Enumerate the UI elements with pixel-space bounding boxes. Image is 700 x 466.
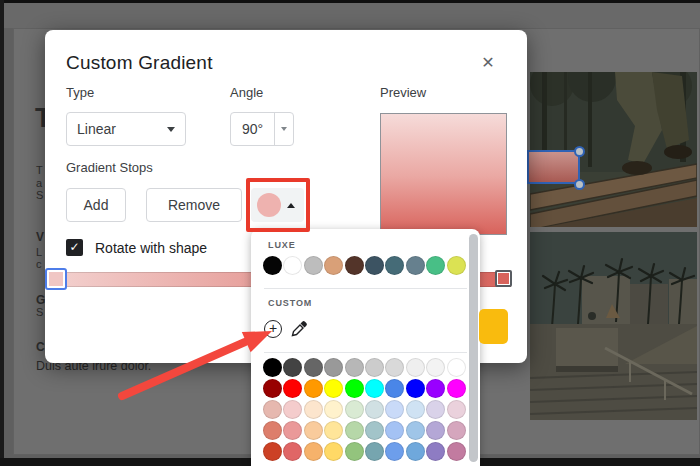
color-swatch[interactable] bbox=[385, 358, 404, 377]
type-select[interactable]: Linear bbox=[66, 112, 186, 146]
color-swatch[interactable] bbox=[345, 400, 364, 419]
luxe-swatch-row bbox=[263, 256, 467, 275]
color-swatch[interactable] bbox=[304, 379, 323, 398]
gradient-stops-label: Gradient Stops bbox=[66, 160, 153, 175]
color-swatch[interactable] bbox=[426, 400, 445, 419]
color-swatch[interactable] bbox=[365, 400, 384, 419]
color-swatch[interactable] bbox=[365, 256, 384, 275]
color-swatch[interactable] bbox=[426, 442, 445, 461]
annotation-arrow bbox=[95, 312, 295, 412]
left-border bbox=[0, 0, 4, 466]
color-swatch[interactable] bbox=[283, 256, 302, 275]
slide-text-fragment: S bbox=[36, 189, 43, 201]
chevron-down-icon bbox=[167, 127, 175, 132]
color-swatch[interactable] bbox=[324, 379, 343, 398]
color-swatch[interactable] bbox=[345, 358, 364, 377]
type-select-value: Linear bbox=[77, 121, 167, 137]
angle-select-value: 90° bbox=[231, 113, 275, 145]
top-border bbox=[0, 0, 700, 3]
slide-text-fragment: L bbox=[36, 246, 42, 258]
color-swatch[interactable] bbox=[385, 421, 404, 440]
color-swatch[interactable] bbox=[365, 379, 384, 398]
selected-gradient-shape bbox=[527, 150, 580, 184]
remove-stop-button[interactable]: Remove bbox=[146, 188, 242, 222]
color-swatch[interactable] bbox=[385, 379, 404, 398]
chevron-down-icon bbox=[281, 127, 287, 131]
color-swatch[interactable] bbox=[324, 256, 343, 275]
selection-handle bbox=[574, 146, 585, 157]
color-swatch[interactable] bbox=[426, 358, 445, 377]
color-swatch[interactable] bbox=[426, 421, 445, 440]
add-stop-button[interactable]: Add bbox=[66, 188, 126, 222]
color-swatch[interactable] bbox=[447, 442, 466, 461]
color-swatch[interactable] bbox=[426, 256, 445, 275]
stop-fill bbox=[498, 273, 509, 284]
color-swatch[interactable] bbox=[324, 400, 343, 419]
annotation-highlight-rectangle bbox=[246, 178, 310, 232]
slide-text-fragment: T bbox=[36, 164, 43, 176]
color-swatch[interactable] bbox=[304, 358, 323, 377]
color-swatch[interactable] bbox=[406, 358, 425, 377]
palette-row bbox=[263, 421, 467, 440]
color-swatch[interactable] bbox=[385, 256, 404, 275]
color-swatch[interactable] bbox=[263, 256, 282, 275]
gradient-stop-handle-end[interactable] bbox=[495, 270, 512, 287]
yellow-shape bbox=[479, 309, 508, 344]
slide-text-fragment: a bbox=[36, 177, 42, 189]
color-swatch[interactable] bbox=[263, 442, 282, 461]
dialog-title: Custom Gradient bbox=[66, 52, 213, 74]
browser-chrome-strip bbox=[4, 3, 700, 28]
close-icon[interactable]: ✕ bbox=[477, 52, 499, 74]
color-swatch[interactable] bbox=[345, 442, 364, 461]
color-swatch[interactable] bbox=[385, 400, 404, 419]
palette-row bbox=[263, 442, 467, 461]
gradient-preview bbox=[380, 113, 507, 235]
slide-text-fragment: S bbox=[36, 306, 43, 318]
slide-text-fragment: V bbox=[36, 230, 44, 244]
color-swatch[interactable] bbox=[385, 442, 404, 461]
color-swatch[interactable] bbox=[345, 256, 364, 275]
color-swatch[interactable] bbox=[304, 400, 323, 419]
slide-text-fragment: G bbox=[36, 293, 45, 307]
color-swatch[interactable] bbox=[324, 358, 343, 377]
color-swatch[interactable] bbox=[345, 421, 364, 440]
color-swatch[interactable] bbox=[304, 256, 323, 275]
rotate-with-shape-label: Rotate with shape bbox=[95, 240, 207, 256]
color-swatch[interactable] bbox=[365, 358, 384, 377]
color-swatch[interactable] bbox=[447, 256, 466, 275]
custom-section-label: CUSTOM bbox=[268, 298, 312, 308]
color-swatch[interactable] bbox=[365, 421, 384, 440]
color-swatch[interactable] bbox=[447, 421, 466, 440]
color-swatch[interactable] bbox=[447, 358, 466, 377]
preview-label: Preview bbox=[380, 85, 426, 100]
rotate-with-shape-checkbox[interactable]: ✓ bbox=[66, 239, 83, 256]
color-swatch[interactable] bbox=[304, 442, 323, 461]
color-swatch[interactable] bbox=[406, 379, 425, 398]
color-swatch[interactable] bbox=[406, 256, 425, 275]
color-swatch[interactable] bbox=[406, 400, 425, 419]
color-swatch[interactable] bbox=[447, 379, 466, 398]
color-swatch[interactable] bbox=[406, 421, 425, 440]
slide-text-fragment: c bbox=[36, 258, 42, 270]
color-swatch[interactable] bbox=[283, 421, 302, 440]
color-swatch[interactable] bbox=[447, 400, 466, 419]
color-swatch[interactable] bbox=[345, 379, 364, 398]
screenshot-stage: T T a S V L c G S C Duis aute irure dolo… bbox=[0, 0, 700, 466]
color-swatch[interactable] bbox=[426, 379, 445, 398]
color-swatch[interactable] bbox=[283, 442, 302, 461]
color-swatch[interactable] bbox=[365, 442, 384, 461]
angle-label: Angle bbox=[230, 85, 263, 100]
gradient-stop-handle-selected[interactable] bbox=[45, 268, 67, 290]
color-swatch[interactable] bbox=[263, 421, 282, 440]
angle-select[interactable]: 90° bbox=[230, 112, 294, 146]
color-swatch[interactable] bbox=[324, 421, 343, 440]
color-swatch[interactable] bbox=[324, 442, 343, 461]
color-swatch[interactable] bbox=[406, 442, 425, 461]
luxe-section-label: LUXE bbox=[268, 240, 296, 250]
menu-scrollbar-thumb[interactable] bbox=[469, 234, 478, 462]
color-swatch[interactable] bbox=[304, 421, 323, 440]
angle-caret-zone[interactable] bbox=[275, 127, 293, 131]
slide-photo-palm-skatepark bbox=[530, 232, 697, 420]
selection-handle bbox=[574, 179, 585, 190]
type-label: Type bbox=[66, 85, 94, 100]
